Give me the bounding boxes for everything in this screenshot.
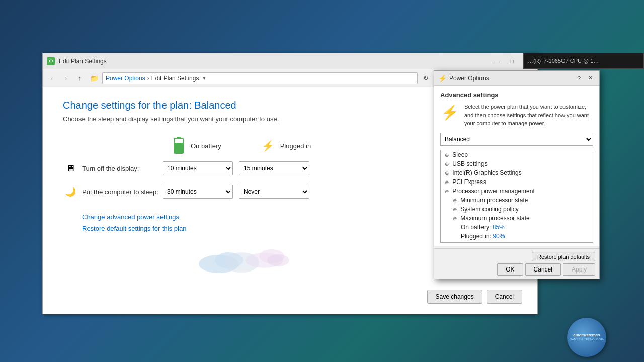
tree-label-on-battery: On battery: <box>461 224 493 231</box>
tree-item-sleep[interactable]: ⊕ Sleep <box>441 150 593 159</box>
tree-label-graphics: Intel(R) Graphics Settings <box>452 169 521 176</box>
main-window-title: Edit Plan Settings <box>59 58 486 65</box>
expand-pci-icon: ⊕ <box>445 179 451 185</box>
dialog-body: Advanced settings ⚡ Select the power pla… <box>434 86 599 246</box>
plan-select[interactable]: Balanced Power saver High performance <box>440 133 593 146</box>
watermark-line1: cibersistemas <box>571 333 602 338</box>
cancel-button-main[interactable]: Cancel <box>487 290 522 304</box>
on-battery-label: On battery <box>191 142 221 150</box>
expand-cooling-icon: ⊕ <box>453 207 459 212</box>
ok-button[interactable]: OK <box>497 263 523 276</box>
save-changes-button[interactable]: Save changes <box>427 290 482 304</box>
expand-usb-icon: ⊕ <box>445 161 451 167</box>
plugged-in-header: ⚡ Plugged in <box>262 138 311 154</box>
svg-point-5 <box>267 254 289 266</box>
settings-tree[interactable]: ⊕ Sleep ⊕ USB settings ⊕ Intel(R) Graphi… <box>440 150 593 243</box>
cancel-button-dialog[interactable]: Cancel <box>525 263 561 276</box>
main-window-buttons: Save changes Cancel <box>427 290 522 304</box>
tree-item-min-proc[interactable]: ⊕ Minimum processor state <box>441 196 593 205</box>
sleep-label: Put the computer to sleep: <box>82 188 163 196</box>
breadcrumb-separator: › <box>147 75 149 82</box>
battery-icon <box>174 138 184 154</box>
tree-label-cooling: System cooling policy <box>460 206 518 213</box>
dialog-footer: Restore plan defaults OK Cancel Apply <box>434 248 599 279</box>
tree-item-cooling[interactable]: ⊕ System cooling policy <box>441 205 593 214</box>
bg-window-hint: …(R) i7-1065G7 CPU @ 1… <box>523 53 644 69</box>
dialog-title-text: Power Options <box>449 75 571 82</box>
watermark: cibersistemas GAMES & TECNOLOGIA <box>567 318 606 357</box>
maximize-button[interactable]: □ <box>505 56 518 66</box>
plugged-icon: ⚡ <box>262 140 274 152</box>
tree-value-plugged-in: 90% <box>493 233 505 240</box>
tree-label-processor: Processor power management <box>452 188 534 195</box>
tree-label-max-proc: Maximum processor state <box>460 215 529 222</box>
display-plugged-select[interactable]: 1 minute2 minutes5 minutes10 minutes15 m… <box>239 161 309 175</box>
dialog-action-buttons: OK Cancel Apply <box>497 263 595 276</box>
dialog-description: Select the power plan that you want to c… <box>464 103 593 128</box>
tree-value-on-battery: 85% <box>493 224 505 231</box>
expand-max-proc-icon: ⊖ <box>453 216 459 221</box>
dialog-help-button[interactable]: ? <box>574 74 584 83</box>
watermark-circle: cibersistemas GAMES & TECNOLOGIA <box>567 318 606 357</box>
folder-button[interactable]: 📁 <box>88 72 100 84</box>
sleep-battery-select[interactable]: 1 minute5 minutes10 minutes15 minutes20 … <box>163 185 233 199</box>
expand-graphics-icon: ⊕ <box>445 170 451 176</box>
tree-item-plugged-in[interactable]: Plugged in: 90% <box>441 232 593 241</box>
tree-item-pci[interactable]: ⊕ PCI Express <box>441 177 593 187</box>
refresh-button[interactable]: ↻ <box>420 72 432 84</box>
minimize-button[interactable]: — <box>490 56 503 66</box>
up-button[interactable]: ↑ <box>74 72 86 84</box>
bg-window-text: …(R) i7-1065G7 CPU @ 1… <box>528 58 599 64</box>
breadcrumb-part2: Edit Plan Settings <box>151 75 199 82</box>
breadcrumb: Power Options › Edit Plan Settings ▼ <box>102 72 418 84</box>
apply-button[interactable]: Apply <box>563 263 595 276</box>
display-label: Turn off the display: <box>82 165 163 172</box>
main-window-titlebar: ⚙ Edit Plan Settings — □ ✕ <box>43 53 537 69</box>
tree-label-pci: PCI Express <box>452 178 486 186</box>
sleep-plugged-select[interactable]: 1 minute5 minutes10 minutes15 minutes20 … <box>239 185 309 199</box>
expand-processor-icon: ⊖ <box>445 189 451 194</box>
cloud-decoration <box>189 241 289 279</box>
dialog-close-button[interactable]: ✕ <box>585 74 595 83</box>
dialog-header-section: Advanced settings <box>440 91 593 99</box>
plugged-in-label: Plugged in <box>280 142 311 150</box>
plan-dropdown-row: Balanced Power saver High performance <box>440 133 593 146</box>
power-options-dialog: ⚡ Power Options ? ✕ Advanced settings ⚡ … <box>434 70 600 279</box>
tree-label-plugged-in: Plugged in: <box>461 233 493 240</box>
tree-item-usb[interactable]: ⊕ USB settings <box>441 159 593 168</box>
dialog-title-icon: ⚡ <box>438 74 446 82</box>
power-icon-large: ⚡ <box>440 103 459 122</box>
back-button[interactable]: ‹ <box>46 72 58 84</box>
watermark-line2: GAMES & TECNOLOGIA <box>568 338 606 342</box>
main-window-icon: ⚙ <box>47 57 55 65</box>
breadcrumb-part1[interactable]: Power Options <box>106 75 145 82</box>
tree-label-usb: USB settings <box>452 160 487 167</box>
advanced-settings-heading: Advanced settings <box>440 91 593 99</box>
sleep-icon: 🌙 <box>63 184 78 199</box>
expand-sleep-icon: ⊕ <box>445 152 451 158</box>
tree-item-graphics[interactable]: ⊕ Intel(R) Graphics Settings <box>441 168 593 177</box>
breadcrumb-dropdown-icon[interactable]: ▼ <box>202 76 206 81</box>
tree-item-on-battery[interactable]: On battery: 85% <box>441 223 593 232</box>
tree-item-display[interactable]: ⊕ Display <box>441 241 593 243</box>
tree-label-sleep: Sleep <box>452 151 468 158</box>
forward-button[interactable]: › <box>60 72 72 84</box>
tree-item-max-proc[interactable]: ⊖ Maximum processor state <box>441 214 593 223</box>
dialog-titlebar: ⚡ Power Options ? ✕ <box>434 71 599 86</box>
tree-label-min-proc: Minimum processor state <box>460 197 528 204</box>
display-icon: 🖥 <box>63 161 78 176</box>
display-battery-select[interactable]: 1 minute2 minutes5 minutes10 minutes15 m… <box>163 161 233 175</box>
on-battery-header: On battery <box>174 138 221 154</box>
expand-min-proc-icon: ⊕ <box>453 198 459 203</box>
restore-plan-defaults-button[interactable]: Restore plan defaults <box>532 252 595 261</box>
tree-label-display: Display <box>452 242 472 243</box>
tree-item-processor[interactable]: ⊖ Processor power management <box>441 187 593 196</box>
